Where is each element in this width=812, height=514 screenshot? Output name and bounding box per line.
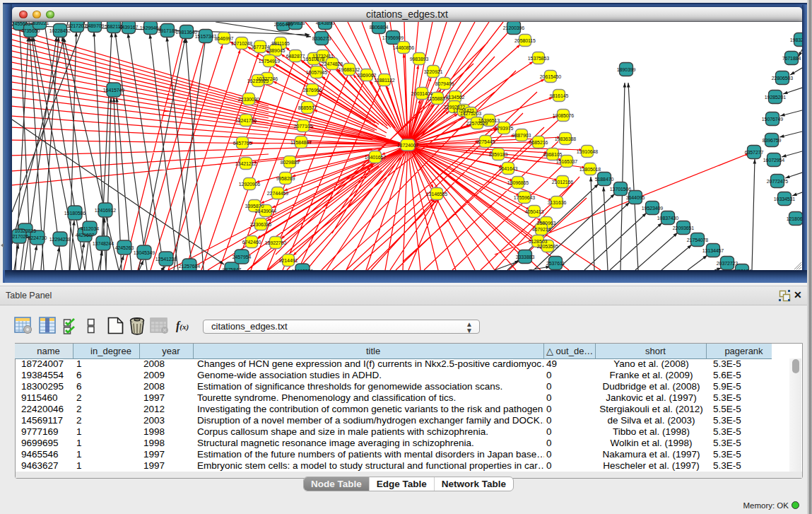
svg-text:9217207: 9217207 (68, 23, 87, 28)
svg-text:1890399: 1890399 (617, 67, 636, 72)
svg-text:2537611: 2537611 (546, 261, 565, 266)
svg-text:22053595: 22053595 (537, 244, 559, 249)
svg-text:21200396: 21200396 (503, 25, 525, 30)
svg-text:4112034: 4112034 (81, 226, 99, 231)
svg-text:5793975: 5793975 (495, 126, 514, 131)
svg-text:18724007: 18724007 (397, 143, 419, 148)
svg-text:3333883: 3333883 (516, 255, 535, 259)
svg-text:21754078: 21754078 (687, 238, 709, 243)
svg-text:5188470: 5188470 (595, 177, 614, 182)
svg-text:14460856: 14460856 (393, 45, 415, 50)
svg-text:8685577: 8685577 (298, 105, 317, 110)
svg-text:4429607: 4429607 (76, 233, 95, 238)
svg-text:13146585: 13146585 (426, 192, 448, 197)
svg-text:13701506: 13701506 (610, 187, 632, 192)
svg-text:4679214: 4679214 (532, 227, 551, 232)
svg-text:4050413: 4050413 (525, 209, 544, 214)
svg-text:12416912: 12416912 (95, 208, 117, 213)
svg-text:22306335: 22306335 (250, 222, 272, 227)
svg-text:11584847: 11584847 (290, 140, 312, 145)
svg-text:20813640: 20813640 (176, 30, 198, 35)
svg-text:22744459: 22744459 (267, 191, 289, 196)
svg-text:18096865: 18096865 (507, 180, 529, 185)
svg-text:9214491: 9214491 (279, 258, 298, 263)
svg-text:8336273: 8336273 (312, 36, 331, 41)
svg-text:18992829: 18992829 (292, 269, 314, 271)
svg-text:7452134: 7452134 (733, 269, 752, 271)
svg-text:22806503: 22806503 (772, 76, 794, 81)
svg-text:16415740: 16415740 (103, 88, 125, 93)
svg-text:8359183: 8359183 (489, 152, 508, 157)
svg-text:13134457: 13134457 (702, 248, 724, 253)
svg-text:6128503: 6128503 (529, 239, 548, 244)
svg-text:11881122: 11881122 (374, 78, 395, 83)
svg-text:19285201: 19285201 (765, 95, 787, 100)
svg-text:11558837: 11558837 (427, 96, 448, 101)
svg-text:6457765: 6457765 (233, 141, 252, 146)
svg-text:13732411: 13732411 (312, 54, 334, 59)
svg-text:16396513: 16396513 (478, 118, 500, 123)
svg-text:19688132: 19688132 (339, 67, 360, 72)
svg-text:15076749: 15076749 (762, 117, 784, 122)
svg-text:19523409: 19523409 (642, 206, 664, 211)
svg-text:2876966: 2876966 (303, 88, 322, 93)
svg-text:10323815: 10323815 (15, 228, 37, 233)
svg-text:19836388: 19836388 (555, 136, 577, 141)
svg-text:7671884: 7671884 (782, 56, 801, 61)
svg-text:9275445: 9275445 (476, 139, 495, 144)
svg-text:22455603: 22455603 (12, 22, 30, 26)
svg-text:3220921: 3220921 (424, 69, 443, 74)
svg-text:20031404: 20031404 (411, 91, 433, 96)
svg-text:8646997: 8646997 (215, 36, 234, 41)
svg-text:4143890: 4143890 (316, 22, 335, 25)
svg-text:4389045: 4389045 (266, 48, 286, 53)
svg-text:4245263: 4245263 (115, 245, 134, 250)
svg-text:22330030: 22330030 (238, 97, 260, 102)
svg-text:17559643: 17559643 (514, 195, 536, 200)
svg-text:3917183: 3917183 (158, 28, 177, 33)
svg-text:1839221: 1839221 (30, 22, 49, 25)
svg-text:18922760: 18922760 (265, 240, 287, 245)
svg-text:10710248: 10710248 (231, 41, 253, 46)
svg-text:6368105: 6368105 (543, 152, 563, 157)
svg-text:10228452: 10228452 (49, 28, 71, 33)
svg-text:20772475: 20772475 (767, 179, 789, 184)
svg-text:4735650: 4735650 (21, 28, 40, 33)
svg-text:13805018: 13805018 (579, 167, 601, 172)
svg-text:12294238: 12294238 (49, 237, 71, 242)
svg-text:21439044: 21439044 (255, 209, 277, 214)
svg-text:15165337: 15165337 (556, 159, 578, 164)
svg-text:3131636: 3131636 (548, 200, 567, 205)
svg-text:20580115: 20580115 (514, 38, 536, 43)
svg-text:8489709: 8489709 (86, 23, 105, 28)
svg-text:10837430: 10837430 (657, 216, 679, 221)
svg-text:14275203: 14275203 (460, 111, 482, 116)
svg-text:12920906: 12920906 (239, 182, 261, 187)
svg-text:19832259: 19832259 (790, 37, 802, 42)
svg-text:8369062: 8369062 (358, 73, 377, 78)
svg-text:21257684: 21257684 (179, 264, 201, 269)
svg-text:15375853: 15375853 (528, 56, 550, 61)
svg-text:8134562: 8134562 (446, 95, 465, 100)
svg-text:8029889: 8029889 (281, 160, 300, 165)
svg-text:13045349: 13045349 (134, 250, 155, 255)
svg-text:8396759: 8396759 (763, 138, 782, 143)
svg-text:13910648: 13910648 (577, 149, 599, 154)
svg-text:9983893: 9983893 (410, 57, 429, 62)
svg-text:2580963: 2580963 (537, 221, 556, 226)
svg-text:6217026: 6217026 (12, 234, 28, 239)
svg-text:9958289: 9958289 (276, 176, 295, 181)
svg-text:12541238: 12541238 (155, 257, 177, 262)
svg-text:6482877: 6482877 (286, 54, 305, 59)
svg-text:5641643: 5641643 (499, 166, 518, 171)
svg-text:15157347: 15157347 (195, 34, 217, 39)
svg-text:20372723: 20372723 (717, 261, 739, 266)
svg-text:9875847: 9875847 (223, 267, 242, 271)
svg-text:13241736: 13241736 (235, 118, 257, 123)
svg-text:9816145: 9816145 (550, 93, 569, 98)
svg-text:22474828: 22474828 (322, 62, 343, 66)
svg-text:13421212: 13421212 (235, 161, 257, 166)
svg-text:3644095: 3644095 (626, 195, 645, 200)
svg-text:20615450: 20615450 (540, 74, 562, 79)
svg-text:8079409: 8079409 (435, 81, 454, 86)
